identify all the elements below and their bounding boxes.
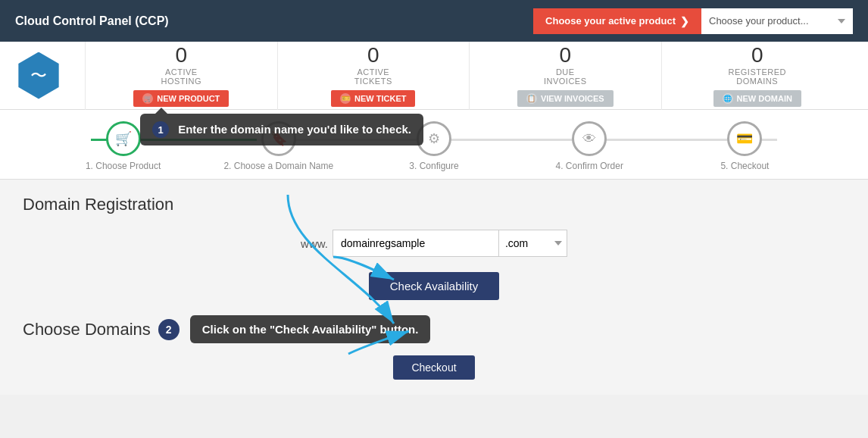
check-availability-button[interactable]: Check Availability [369, 272, 499, 300]
tld-select[interactable]: .com .net .org .info [499, 230, 567, 257]
new-domain-label: NEW DOMAIN [737, 94, 792, 103]
steps-bar: 🛒 1. Choose Product 🔖 2. Choose a Domain… [0, 110, 868, 180]
domain-input-row: www. .com .net .org .info [23, 230, 845, 257]
tooltip-2-text: Click on the "Check Availability" button… [202, 323, 419, 336]
new-ticket-label: NEW TICKET [354, 94, 406, 103]
step-4-circle: 👁 [572, 121, 607, 156]
logo-wave-icon: 〜 [30, 64, 47, 87]
cart-icon: 🛒 [142, 93, 153, 104]
app-title: Cloud Control Panel (CCP) [15, 14, 169, 28]
step-3-label: 3. Configure [409, 161, 458, 171]
header-right: Choose your active product ❯ Choose your… [533, 8, 853, 34]
domain-input[interactable] [333, 230, 499, 257]
steps-bar-wrapper: 🛒 1. Choose Product 🔖 2. Choose a Domain… [0, 110, 868, 180]
domains-label: REGISTEREDDOMAINS [728, 67, 786, 86]
check-availability-section: Check Availability [23, 272, 845, 300]
badge-2: 2 [158, 319, 180, 340]
ticket-icon: 🎫 [340, 93, 351, 104]
section-title: Domain Registration [23, 195, 845, 214]
stats-bar: 〜 0 ACTIVEHOSTING 🛒 NEW PRODUCT 0 ACTIVE… [0, 42, 868, 110]
tickets-label: ACTIVETICKETS [354, 67, 392, 86]
tooltip-1: 1 Enter the domain name you'd like to ch… [140, 114, 423, 145]
choose-product-button[interactable]: Choose your active product ❯ [533, 8, 701, 34]
step-4-label: 4. Confirm Order [556, 161, 623, 171]
hosting-count: 0 [175, 45, 187, 66]
logo: 〜 [15, 52, 62, 99]
tooltip-2: Click on the "Check Availability" button… [190, 315, 431, 343]
hosting-label: ACTIVEHOSTING [161, 67, 201, 86]
step-5-circle: 💳 [727, 121, 762, 156]
main-content: Domain Registration www. .com .net .org … [0, 180, 868, 395]
new-domain-button[interactable]: 🌐 NEW DOMAIN [713, 90, 801, 107]
view-invoices-label: VIEW INVOICES [541, 94, 604, 103]
step-4[interactable]: 👁 4. Confirm Order [512, 121, 667, 171]
domains-count: 0 [751, 45, 763, 66]
product-dropdown[interactable]: Choose your product... [701, 8, 853, 34]
step-2-label: 2. Choose a Domain Name [223, 161, 333, 171]
www-label: www. [301, 237, 328, 250]
checkout-button[interactable]: Checkout [393, 355, 474, 380]
stat-tickets: 0 ACTIVETICKETS 🎫 NEW TICKET [277, 42, 470, 110]
header: Cloud Control Panel (CCP) Choose your ac… [0, 0, 868, 42]
tooltip-1-text: Enter the domain name you'd like to chec… [178, 123, 411, 136]
step-1-label: 1. Choose Product [86, 161, 161, 171]
stat-hosting: 0 ACTIVEHOSTING 🛒 NEW PRODUCT [85, 42, 277, 110]
check-btn-row: Check Availability [23, 272, 845, 300]
invoice-icon: 📋 [526, 93, 537, 104]
view-invoices-button[interactable]: 📋 VIEW INVOICES [517, 90, 614, 107]
stat-invoices: 0 DUEINVOICES 📋 VIEW INVOICES [469, 42, 661, 110]
new-product-label: NEW PRODUCT [157, 94, 220, 103]
checkout-btn-row: Checkout [23, 355, 845, 380]
invoices-label: DUEINVOICES [544, 67, 587, 86]
stat-domains: 0 REGISTEREDDOMAINS 🌐 NEW DOMAIN [661, 42, 854, 110]
chevron-right-icon: ❯ [680, 15, 689, 27]
choose-product-label: Choose your active product [545, 15, 676, 27]
invoices-count: 0 [559, 45, 571, 66]
domain-icon: 🌐 [723, 93, 733, 104]
step-5[interactable]: 💳 5. Checkout [667, 121, 823, 171]
step-5-label: 5. Checkout [720, 161, 769, 171]
tooltip-1-badge: 1 [152, 121, 169, 138]
tickets-count: 0 [367, 45, 379, 66]
choose-domains-title: Choose Domains [23, 320, 151, 339]
new-product-button[interactable]: 🛒 NEW PRODUCT [133, 90, 229, 107]
choose-domains-row: Choose Domains 2 Click on the "Check Ava… [23, 315, 845, 343]
step-1-circle: 🛒 [106, 121, 141, 156]
new-ticket-button[interactable]: 🎫 NEW TICKET [331, 90, 415, 107]
choose-domains-section: Choose Domains 2 Click on the "Check Ava… [23, 315, 845, 343]
